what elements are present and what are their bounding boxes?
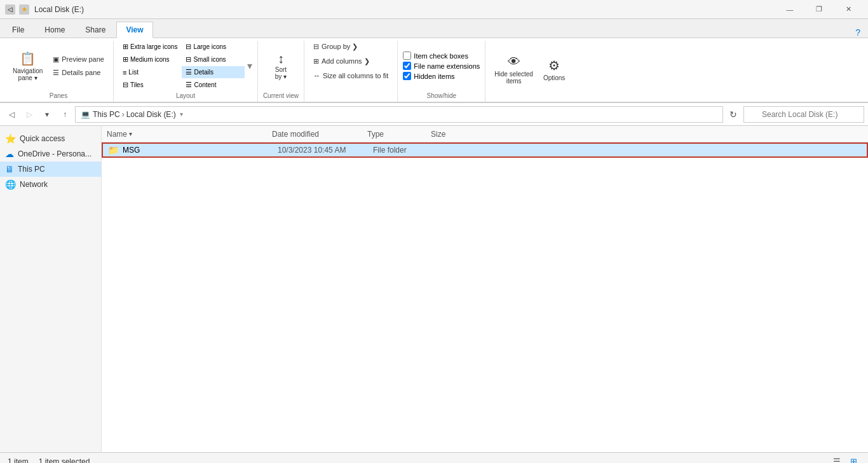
file-row-msg[interactable]: 📁 MSG 10/3/2023 10:45 AM File folder [102, 142, 868, 158]
navigation-pane-button[interactable]: 📋 Navigationpane ▾ [9, 48, 46, 84]
item-check-boxes-text: Item check boxes [414, 52, 468, 60]
item-count: 1 item [8, 457, 29, 464]
group-by-icon: ⊟ [313, 43, 319, 51]
path-dropdown-arrow[interactable]: ▾ [180, 111, 183, 118]
ribbon-tabs: File Home Share View ? [0, 19, 868, 38]
navigation-pane-icon: 📋 [20, 51, 36, 66]
quick-access-icon: ⭐ [5, 134, 16, 144]
tab-share[interactable]: Share [76, 21, 115, 38]
list-label: List [128, 69, 139, 76]
details-button[interactable]: ☰ Details [182, 66, 244, 78]
size-all-label: Size all columns to fit [323, 72, 388, 79]
search-wrapper: 🔍 [743, 106, 864, 123]
list-button[interactable]: ≡ List [119, 66, 181, 78]
details-pane-button[interactable]: ☰ Details pane [49, 67, 108, 79]
panes-secondary: ▣ Preview pane ☰ Details pane [49, 53, 108, 79]
sidebar-item-network[interactable]: 🌐 Network [0, 177, 101, 192]
file-name-extensions-label[interactable]: File name extensions [403, 62, 480, 70]
large-icons-label: Large icons [193, 43, 226, 50]
this-pc-label: This PC [18, 165, 45, 174]
main-area: ⭐ Quick access ☁ OneDrive - Persona... 🖥… [0, 126, 868, 452]
tab-view[interactable]: View [116, 22, 153, 38]
preview-pane-icon: ▣ [53, 55, 59, 64]
column-type[interactable]: Type [367, 130, 431, 139]
add-columns-button[interactable]: ⊞ Add columns ❯ [309, 55, 374, 67]
title-quick-access-icon[interactable]: ★ [19, 4, 29, 15]
preview-pane-button[interactable]: ▣ Preview pane [49, 53, 108, 66]
item-check-boxes-checkbox[interactable] [403, 52, 411, 60]
sort-by-button[interactable]: ↕ Sortby ▾ [269, 48, 292, 83]
size-all-columns-button[interactable]: ↔ Size all columns to fit [309, 70, 392, 81]
sidebar-item-quick-access[interactable]: ⭐ Quick access [0, 131, 101, 146]
size-all-icon: ↔ [313, 72, 320, 79]
minimize-button[interactable]: — [775, 0, 804, 19]
content-button[interactable]: ☰ Content [182, 79, 244, 91]
hide-selected-button[interactable]: 👁 Hide selecteditems [491, 52, 537, 87]
refresh-button[interactable]: ↻ [726, 107, 741, 122]
panes-group-label: Panes [50, 91, 67, 99]
medium-icons-button[interactable]: ⊞ Medium icons [119, 53, 181, 66]
large-icons-view-toggle[interactable]: ⊞ [846, 455, 860, 464]
search-input[interactable] [743, 106, 864, 123]
details-pane-label: Details pane [62, 69, 100, 76]
file-pane: Name ▾ Date modified Type Size 📁 MSG 10/… [102, 126, 868, 452]
sidebar: ⭐ Quick access ☁ OneDrive - Persona... 🖥… [0, 126, 102, 452]
group-by-label: Group by ❯ [322, 43, 358, 51]
large-icons-button[interactable]: ⊟ Large icons [182, 41, 244, 53]
small-icons-button[interactable]: ⊟ Small icons [182, 53, 244, 66]
extra-large-icons-button[interactable]: ⊞ Extra large icons [119, 41, 181, 53]
help-icon[interactable]: ? [850, 27, 865, 38]
hidden-items-text: Hidden items [414, 73, 454, 80]
item-check-boxes-label[interactable]: Item check boxes [403, 52, 480, 60]
sort-group-items: ↕ Sortby ▾ [269, 41, 292, 91]
ribbon-group-layout: ⊞ Extra large icons ⊟ Large icons ⊞ Medi… [114, 41, 258, 102]
column-name[interactable]: Name ▾ [107, 130, 272, 139]
options-button[interactable]: ⚙ Options [539, 55, 569, 84]
folder-icon: 📁 [108, 145, 119, 155]
group-by-button[interactable]: ⊟ Group by ❯ [309, 41, 362, 53]
up-button[interactable]: ↑ [57, 107, 72, 122]
window-title: Local Disk (E:) [34, 5, 775, 14]
ribbon-group-panes: 📋 Navigationpane ▾ ▣ Preview pane ☰ Deta… [4, 41, 114, 102]
tab-file[interactable]: File [3, 21, 34, 38]
close-button[interactable]: ✕ [834, 0, 863, 19]
network-label: Network [20, 180, 48, 189]
sidebar-item-onedrive[interactable]: ☁ OneDrive - Persona... [0, 146, 101, 162]
ribbon-group-hide-options: 👁 Hide selecteditems ⚙ Options [485, 41, 574, 102]
quick-access-label: Quick access [20, 134, 65, 143]
path-bar[interactable]: 💻 This PC › Local Disk (E:) ▾ [75, 106, 723, 123]
options-icon: ⚙ [548, 58, 560, 73]
maximize-button[interactable]: ❐ [804, 0, 834, 19]
tiles-button[interactable]: ⊟ Tiles [119, 79, 181, 91]
file-name-msg: MSG [123, 146, 278, 155]
sidebar-item-this-pc[interactable]: 🖥 This PC [0, 162, 101, 177]
hide-options-items: 👁 Hide selecteditems ⚙ Options [491, 41, 569, 98]
column-size[interactable]: Size [431, 130, 482, 139]
add-columns-label: Add columns ❯ [322, 57, 370, 66]
recent-locations-button[interactable]: ▾ [39, 107, 55, 122]
drive-icon: 💻 [81, 110, 90, 119]
file-type-msg: File folder [373, 146, 437, 155]
back-button[interactable]: ◁ [4, 107, 19, 122]
addressbar: ◁ ▷ ▾ ↑ 💻 This PC › Local Disk (E:) ▾ ↻ … [0, 103, 868, 126]
layout-expand-icon[interactable]: ▾ [247, 60, 252, 72]
preview-pane-label: Preview pane [62, 55, 104, 63]
tiles-label: Tiles [130, 81, 144, 88]
small-icons-label: Small icons [193, 56, 226, 63]
file-date-msg: 10/3/2023 10:45 AM [278, 146, 373, 155]
current-view-group-label: Current view [263, 91, 299, 99]
file-name-extensions-checkbox[interactable] [403, 62, 411, 70]
hidden-items-label[interactable]: Hidden items [403, 72, 480, 80]
path-this-pc: This PC [93, 110, 120, 119]
panes-group-items: 📋 Navigationpane ▾ ▣ Preview pane ☰ Deta… [9, 41, 108, 91]
details-label: Details [194, 69, 214, 76]
tab-home[interactable]: Home [35, 21, 74, 38]
statusbar: 1 item 1 item selected ☰ ⊞ [0, 452, 868, 463]
hidden-items-checkbox[interactable] [403, 72, 411, 80]
sort-arrow: ▾ [129, 130, 132, 137]
details-view-toggle[interactable]: ☰ [830, 455, 844, 464]
forward-button[interactable]: ▷ [22, 107, 37, 122]
column-date[interactable]: Date modified [272, 130, 367, 139]
ribbon-group-showhide: Item check boxes File name extensions Hi… [398, 41, 485, 102]
window-controls: — ❐ ✕ [775, 0, 863, 19]
